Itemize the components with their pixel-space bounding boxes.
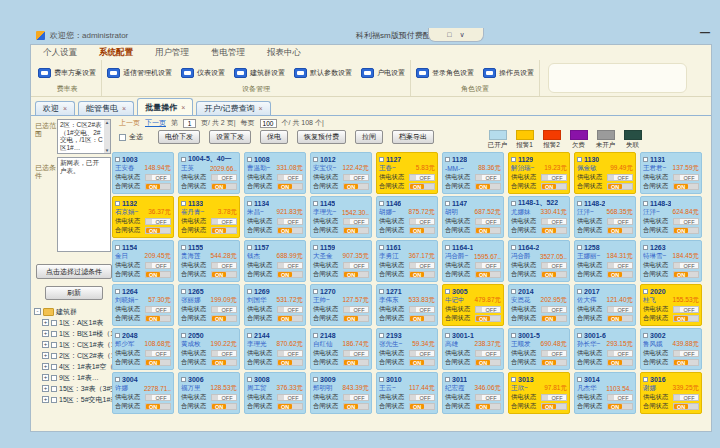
menu-tab-4[interactable]: 报表中心 <box>267 47 301 59</box>
room-card[interactable]: 3014凡杰华1103.54..供电状态OFF合闸状态ON <box>574 372 636 414</box>
room-card[interactable]: 3006福万里128.53元供电状态OFF合闸状态ON <box>178 372 240 414</box>
room-card[interactable]: 3002鲁风娥439.88元供电状态OFF合闸状态ON <box>640 328 702 370</box>
room-card[interactable]: 1263特琳雪~184.45元供电状态OFF合闸状态ON <box>640 240 702 282</box>
room-card[interactable]: 1258王娜丽~184.31元供电状态OFF合闸状态ON <box>574 240 636 282</box>
room-card[interactable]: 3016谢娜339.25元供电状态OFF合闸状态ON <box>640 372 702 414</box>
tree-item-3[interactable]: +2区：C区2#表（1#交… <box>42 350 115 361</box>
tree-item-checkbox[interactable] <box>51 386 57 392</box>
card-checkbox[interactable] <box>181 377 186 382</box>
card-checkbox[interactable] <box>379 245 384 250</box>
card-checkbox[interactable] <box>115 245 120 250</box>
room-card[interactable]: 1269刘国华531.72元供电状态OFF合闸状态ON <box>244 284 306 326</box>
tree-item-checkbox[interactable] <box>51 342 57 348</box>
card-checkbox[interactable] <box>445 157 450 162</box>
range-scrollbar[interactable]: ▲ ▼ <box>104 120 110 153</box>
card-checkbox[interactable] <box>115 289 120 294</box>
room-card[interactable]: 3009郑明明843.39元供电状态OFF合闸状态ON <box>310 372 372 414</box>
room-card[interactable]: 1148-2汪洋~568.35元供电状态OFF合闸状态ON <box>574 196 636 238</box>
room-card[interactable]: 2020桂飞155.53元供电状态OFF合闸状态ON <box>640 284 702 326</box>
tree-item-checkbox[interactable] <box>51 364 57 370</box>
room-card[interactable]: 1133崔丹青~3.78元供电状态OFF合闸状态ON <box>178 196 240 238</box>
toolbar-button-2[interactable]: 保电 <box>260 130 288 144</box>
card-checkbox[interactable] <box>577 333 582 338</box>
card-checkbox[interactable] <box>511 245 516 250</box>
minimize-button[interactable]: — <box>698 28 712 39</box>
room-card[interactable]: 1264刘晓娟~57.30元供电状态OFF合闸状态ON <box>112 284 174 326</box>
room-card[interactable]: 1129解治瑞~19.23元供电状态OFF合闸状态ON <box>508 152 570 194</box>
room-card[interactable]: 1130佩金敏99.49元供电状态OFF合闸状态ON <box>574 152 636 194</box>
prev-page-link[interactable]: 上一页 <box>119 118 140 128</box>
card-checkbox[interactable] <box>379 377 384 382</box>
room-card[interactable]: 2144李理光870.62元供电状态OFF合闸状态ON <box>244 328 306 370</box>
room-card[interactable]: 1134朱昌~921.83元供电状态OFF合闸状态ON <box>244 196 306 238</box>
room-card[interactable]: 1131王君君~137.59元供电状态OFF合闸状态ON <box>640 152 702 194</box>
room-card[interactable]: 1148-1、522尤娜妹330.41元供电状态OFF合闸状态ON <box>508 196 570 238</box>
card-checkbox[interactable] <box>313 289 318 294</box>
expander-icon[interactable]: + <box>42 374 49 381</box>
page-number-input[interactable] <box>183 119 196 128</box>
card-checkbox[interactable] <box>313 157 318 162</box>
tree-item-0[interactable]: +1区：A区1#表 <box>42 317 115 328</box>
card-checkbox[interactable] <box>181 201 186 206</box>
card-checkbox[interactable] <box>445 289 450 294</box>
menu-tab-1[interactable]: 系统配置 <box>99 47 133 59</box>
menu-tab-3[interactable]: 售电管理 <box>211 47 245 59</box>
tree-item-checkbox[interactable] <box>51 331 57 337</box>
card-checkbox[interactable] <box>115 377 120 382</box>
expander-icon[interactable]: - <box>34 308 41 315</box>
card-checkbox[interactable] <box>379 157 384 162</box>
tree-item-2[interactable]: +1区：C区1#表（1#交… <box>42 339 115 350</box>
ribbon-button-1-1[interactable]: 仪表设置 <box>181 68 225 78</box>
refresh-button[interactable]: 刷新 <box>45 286 103 300</box>
doc-tab-3[interactable]: 开户/记费查询× <box>196 101 270 115</box>
select-all-checkbox[interactable] <box>119 134 126 141</box>
scroll-up-icon[interactable]: ▲ <box>105 120 109 125</box>
card-checkbox[interactable] <box>379 201 384 206</box>
tree-item-4[interactable]: +4区：1#表1#空（1R… <box>42 361 115 372</box>
room-card[interactable]: 1155贵海莲544.28元供电状态OFF合闸状态ON <box>178 240 240 282</box>
scroll-down-icon[interactable]: ▼ <box>105 148 109 153</box>
room-card[interactable]: 1146胡娜~875.72元供电状态OFF合闸状态ON <box>376 196 438 238</box>
expander-icon[interactable]: + <box>42 396 49 403</box>
room-card[interactable]: 1159大圣金907.35元供电状态OFF合闸状态ON <box>310 240 372 282</box>
tree-item-checkbox[interactable] <box>51 353 57 359</box>
choose-filter-button[interactable]: 点击选择过滤条件 <box>36 264 112 279</box>
room-card[interactable]: 1271李伟东533.83元供电状态OFF合闸状态ON <box>376 284 438 326</box>
toolbar-button-0[interactable]: 电价下发 <box>158 130 200 144</box>
toolbar-button-4[interactable]: 拉闸 <box>355 130 383 144</box>
ribbon-button-2-0[interactable]: 登录角色设置 <box>416 68 474 78</box>
card-checkbox[interactable] <box>511 201 516 206</box>
card-checkbox[interactable] <box>643 245 648 250</box>
selected-range-box[interactable]: 2区：C区2#表（1#交电、2#交电，/1区：C区1#… ▲ ▼ <box>57 119 111 154</box>
menu-tab-2[interactable]: 用户管理 <box>155 47 189 59</box>
card-checkbox[interactable] <box>577 201 582 206</box>
card-checkbox[interactable] <box>181 289 186 294</box>
card-checkbox[interactable] <box>313 377 318 382</box>
room-card[interactable]: 1164-1冯合爵~1595.67..供电状态OFF合闸状态ON <box>442 240 504 282</box>
collapse-window-icon[interactable]: □ <box>447 31 451 38</box>
room-card[interactable]: 3004许娜2278.71..供电状态OFF合闸状态ON <box>112 372 174 414</box>
card-checkbox[interactable] <box>445 333 450 338</box>
card-checkbox[interactable] <box>577 289 582 294</box>
tree-item-6[interactable]: +15区：3#表（3#交… <box>42 383 115 394</box>
card-checkbox[interactable] <box>181 157 186 162</box>
card-checkbox[interactable] <box>445 201 450 206</box>
ribbon-button-1-0[interactable]: 通信管理机设置 <box>107 68 172 78</box>
card-checkbox[interactable] <box>511 333 516 338</box>
tree-item-1[interactable]: +1区：B区1#楼（1#空… <box>42 328 115 339</box>
menu-tab-0[interactable]: 个人设置 <box>43 47 77 59</box>
ribbon-button-0-0[interactable]: 费率方案设置 <box>38 68 96 78</box>
ribbon-button-1-2[interactable]: 建筑群设置 <box>234 68 285 78</box>
card-checkbox[interactable] <box>313 201 318 206</box>
tree-root[interactable]: -建筑群 <box>34 306 115 317</box>
per-page-input[interactable] <box>260 119 277 128</box>
card-checkbox[interactable] <box>577 157 582 162</box>
card-checkbox[interactable] <box>181 245 186 250</box>
room-card[interactable]: 1270王帅~127.57元供电状态OFF合闸状态ON <box>310 284 372 326</box>
ribbon-button-2-1[interactable]: 操作员设置 <box>483 68 534 78</box>
room-card[interactable]: 3001-5王顺发690.48元供电状态OFF合闸状态ON <box>508 328 570 370</box>
card-checkbox[interactable] <box>247 157 252 162</box>
card-checkbox[interactable] <box>511 157 516 162</box>
room-card[interactable]: 1008曹温勤~331.08元供电状态OFF合闸状态ON <box>244 152 306 194</box>
selected-condition-box[interactable]: 新网表，已开户表。 <box>57 157 111 252</box>
